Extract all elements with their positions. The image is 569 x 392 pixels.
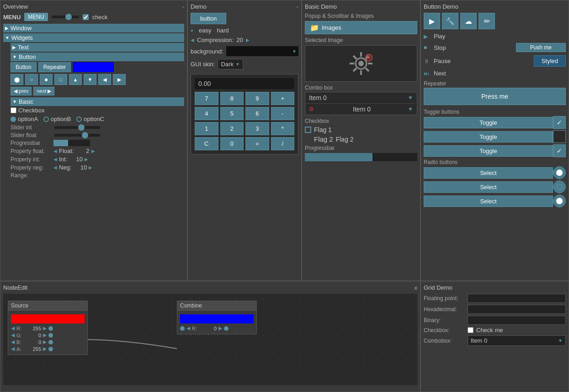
g-label: G:: [16, 333, 26, 338]
select3-btn[interactable]: Select: [424, 196, 553, 207]
radio-a[interactable]: optionA: [11, 116, 38, 122]
styled-btn[interactable]: Styled: [534, 55, 566, 67]
widgets-tree-item[interactable]: ▼ Widgets: [3, 33, 184, 42]
pencil-icon-btn[interactable]: ✏: [479, 13, 495, 29]
next-btn[interactable]: next ▶: [33, 87, 54, 95]
demo-button[interactable]: button: [191, 13, 226, 24]
calc-btn-1[interactable]: 1: [195, 122, 218, 135]
toggle3-btn[interactable]: Toggle: [424, 145, 553, 157]
float-left-arrow[interactable]: ◀: [53, 148, 57, 154]
combo-item-0[interactable]: Item 0 ▼: [305, 92, 417, 103]
basic-tree-item[interactable]: ▼ Basic: [11, 97, 184, 106]
blue-btn[interactable]: [73, 62, 114, 72]
int-right-arrow[interactable]: ▶: [85, 157, 88, 162]
calc-btn-2[interactable]: 2: [220, 122, 244, 135]
toggle1-btn[interactable]: Toggle: [424, 117, 553, 128]
neg-right-arrow[interactable]: ▶: [89, 165, 92, 170]
triangle-up-btn[interactable]: ▲: [69, 74, 82, 85]
flag1-checkbox[interactable]: [305, 127, 311, 133]
neg-left-arrow[interactable]: ◀: [53, 165, 57, 170]
play-icon-btn[interactable]: ▶: [424, 13, 440, 29]
calc-btn-8[interactable]: 8: [220, 92, 244, 105]
hexadecimal-input[interactable]: [468, 305, 566, 314]
b-right-arrow[interactable]: ▶: [43, 339, 47, 345]
select1-btn[interactable]: Select: [424, 167, 553, 179]
nodeedit-close-btn[interactable]: x: [415, 284, 418, 291]
nodeedit-panel: NodeEdit x Source ◀ R: 255: [0, 281, 420, 392]
r-left-arrow[interactable]: ◀: [11, 325, 15, 331]
triangle-down-btn[interactable]: ▼: [84, 74, 96, 85]
float-right-arrow[interactable]: ▶: [91, 148, 95, 154]
comp-right-arrow[interactable]: ▶: [246, 37, 250, 42]
radio-c[interactable]: optionC: [76, 116, 104, 122]
calc-btn-eq[interactable]: =: [245, 137, 269, 150]
check-checkbox[interactable]: [83, 14, 89, 20]
calc-btn-0[interactable]: 0: [220, 137, 244, 150]
calc-btn-minus[interactable]: -: [271, 107, 295, 120]
radio-b[interactable]: optionB: [43, 116, 71, 122]
button-tree-item[interactable]: ▼ Button: [11, 53, 184, 61]
calc-btn-7[interactable]: 7: [195, 92, 218, 105]
circle-fill-btn[interactable]: ⬤: [11, 74, 23, 85]
calc-btn-6[interactable]: 6: [245, 107, 269, 120]
floating-point-input[interactable]: [468, 294, 566, 303]
push-me-side-btn[interactable]: Push me: [516, 43, 566, 52]
overview-close-btn[interactable]: -: [182, 3, 184, 10]
a-left-arrow[interactable]: ◀: [11, 346, 15, 352]
toggle3-check[interactable]: ✓: [553, 144, 566, 157]
menu-slider[interactable]: [52, 16, 79, 18]
repeater-btn[interactable]: Repeater: [38, 62, 71, 72]
bg-dropdown-arrow[interactable]: ▼: [292, 49, 297, 54]
b-left-arrow[interactable]: ◀: [11, 339, 15, 345]
grid-checkbox[interactable]: [468, 327, 473, 333]
g-left-arrow[interactable]: ◀: [11, 332, 15, 338]
combine-r-left-arrow[interactable]: ◀: [186, 325, 190, 331]
calc-btn-9[interactable]: 9: [245, 92, 269, 105]
g-right-arrow[interactable]: ▶: [43, 332, 47, 338]
triangle-left-btn[interactable]: ◀: [98, 74, 111, 85]
gui-skin-dropdown[interactable]: Dark ▼: [218, 59, 243, 69]
r-right-arrow[interactable]: ▶: [43, 325, 47, 331]
square-btn[interactable]: □: [54, 74, 67, 85]
int-left-arrow[interactable]: ◀: [53, 157, 57, 162]
window-tree-item[interactable]: ▶ Window: [3, 24, 184, 32]
press-me-btn[interactable]: Press me: [424, 88, 566, 105]
select1-radio[interactable]: [553, 166, 566, 179]
select2-btn[interactable]: Select: [424, 181, 553, 193]
button-btn[interactable]: Button: [11, 62, 37, 72]
grid-combobox[interactable]: Item 0 ▼: [468, 335, 566, 346]
images-label: Images: [322, 24, 341, 31]
slider-float-input[interactable]: [54, 134, 100, 137]
a-right-arrow[interactable]: ▶: [43, 346, 47, 352]
calc-btn-3[interactable]: 3: [245, 122, 269, 135]
select2-radio[interactable]: [553, 180, 566, 193]
calc-btn-c[interactable]: C: [195, 137, 218, 150]
binary-input[interactable]: [468, 316, 566, 325]
images-button[interactable]: 📁 Images: [305, 21, 417, 34]
slider-int-input[interactable]: [54, 126, 100, 129]
select3-radio[interactable]: [553, 195, 566, 207]
square-fill-btn[interactable]: ■: [40, 74, 53, 85]
prev-btn[interactable]: ◀ prev: [11, 87, 32, 95]
triangle-right-btn[interactable]: ▶: [113, 74, 126, 85]
toggle2-check[interactable]: [553, 130, 566, 143]
circle-btn[interactable]: ○: [25, 74, 38, 85]
calc-btn-plus[interactable]: +: [271, 92, 295, 105]
calc-btn-mul[interactable]: *: [271, 122, 295, 135]
calc-btn-div[interactable]: /: [271, 137, 295, 150]
combo-item-1[interactable]: ⚙ Item 0 ▼: [305, 103, 417, 115]
text-tree-item[interactable]: ▶ Text: [11, 43, 184, 52]
combine-r-right-arrow[interactable]: ▶: [218, 325, 222, 331]
comp-left-arrow[interactable]: ◀: [191, 37, 194, 42]
calc-btn-4[interactable]: 4: [195, 107, 218, 120]
wide-progressbar-fill: [305, 153, 372, 161]
cloud-icon-btn[interactable]: ☁: [460, 13, 477, 29]
calc-btn-5[interactable]: 5: [220, 107, 244, 120]
demo-close-btn[interactable]: -: [297, 3, 298, 10]
basic-checkbox[interactable]: [11, 107, 16, 113]
menu-button[interactable]: MENU: [24, 13, 48, 21]
progressbar-row: Progressbar: [11, 140, 184, 146]
toggle2-btn[interactable]: Toggle: [424, 131, 553, 143]
tools-icon-btn[interactable]: 🔧: [442, 13, 458, 29]
toggle1-check[interactable]: ✓: [553, 116, 566, 129]
